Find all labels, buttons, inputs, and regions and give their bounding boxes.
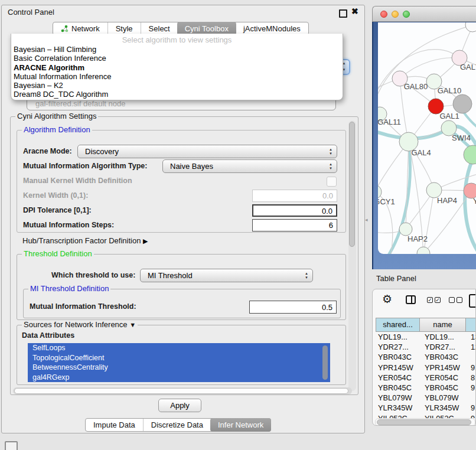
dropdown-item[interactable]: Dream8 DC_TDC Algorithm (11, 90, 343, 99)
settings-vertical-scrollbar[interactable] (348, 120, 356, 391)
table-cell[interactable]: 9. (466, 363, 476, 373)
settings-vscrollbar-thumb[interactable] (349, 122, 355, 247)
table-cell[interactable]: 12 (466, 342, 476, 352)
dropdown-item[interactable]: Basic Correlation Inference (11, 54, 343, 63)
apply-button[interactable]: Apply (158, 399, 201, 412)
which-threshold-combobox[interactable]: MI Threshold ▲▼ (140, 269, 313, 282)
attribute-list-item[interactable]: gal4RGexp (28, 373, 330, 383)
restore-panel-button[interactable] (5, 441, 18, 450)
column-header[interactable]: shared... (376, 318, 420, 332)
node-label-gal11: GAL11 (378, 118, 401, 126)
table-row[interactable]: YLR345WYLR345W9. (376, 403, 476, 413)
attribute-list-item[interactable]: BetweennessCentrality (28, 363, 330, 373)
table-cell[interactable]: YBR045C (376, 383, 420, 393)
tab-network[interactable]: Network (53, 22, 107, 35)
column-header[interactable] (466, 318, 476, 332)
table-row[interactable]: YDL19...YDL19...13 (376, 332, 476, 342)
table-horizontal-scrollbar[interactable] (375, 418, 475, 426)
table-cell[interactable]: 9. (466, 383, 476, 393)
table-cell[interactable]: YDR27... (420, 342, 466, 352)
table-cell[interactable]: YIL052C (420, 413, 466, 418)
table-cell[interactable] (466, 352, 476, 362)
table-cell[interactable]: YBR045C (420, 383, 466, 393)
table-cell[interactable]: 9. (466, 413, 476, 418)
close-traffic-light-icon[interactable] (380, 11, 387, 18)
mi-threshold-field[interactable]: 0.5 (249, 301, 337, 314)
settings-hscrollbar-thumb[interactable] (14, 388, 348, 394)
table-cell[interactable]: YER054C (420, 373, 466, 383)
column-layout-icon[interactable] (406, 295, 416, 304)
hub-definition-toggle[interactable]: Hub/Transcription Factor Definition ▶ (22, 236, 148, 245)
network-graph[interactable]: GAL7GAL80GAL10GAL1GAL11SWI4GAL4GCY1HAP4Y… (378, 22, 476, 254)
table-cell[interactable]: YBL079W (376, 393, 420, 403)
dpi-tolerance-field[interactable]: 0.0 (252, 204, 337, 217)
table-cell[interactable]: YBL079W (420, 393, 466, 403)
dropdown-item[interactable]: ARACNE Algorithm (11, 63, 343, 72)
data-attributes-list[interactable]: SelfLoopsTopologicalCoefficientBetweenne… (28, 343, 330, 382)
network-canvas[interactable]: GAL7GAL80GAL10GAL1GAL11SWI4GAL4GCY1HAP4Y… (378, 22, 476, 254)
attributes-scrollbar-thumb[interactable] (322, 345, 328, 380)
network-node[interactable] (465, 22, 476, 32)
float-window-icon[interactable] (339, 9, 347, 18)
gear-icon[interactable]: ⚙ (382, 292, 392, 306)
table-cell[interactable]: YPR145W (376, 363, 420, 373)
table-cell[interactable]: YBR043C (420, 352, 466, 362)
table-header-row: shared...name (376, 318, 476, 332)
network-window-titlebar[interactable] (372, 6, 476, 22)
mi-steps-field[interactable]: 6 (252, 219, 337, 231)
which-threshold-label: Which threshold to use: (51, 269, 135, 282)
close-icon[interactable]: ✖ (351, 6, 358, 16)
tab-select[interactable]: Select (141, 22, 178, 35)
table-cell[interactable]: 9. (466, 403, 476, 413)
select-all-checkboxes-icon[interactable]: ✓ ✓ (427, 297, 441, 303)
table-row[interactable]: YER054CYER054C8. (376, 373, 476, 383)
attribute-list-item[interactable]: TopologicalCoefficient (28, 353, 330, 363)
table-row[interactable]: YDR27...YDR27...12 (376, 342, 476, 352)
table-cell[interactable]: YER054C (376, 373, 420, 383)
table-cell[interactable]: YDL19... (376, 332, 420, 342)
table-cell[interactable] (466, 393, 476, 403)
table-cell[interactable]: YLR345W (376, 403, 420, 413)
table-cell[interactable]: 13 (466, 332, 476, 342)
network-node[interactable] (453, 94, 472, 113)
network-edge-thick[interactable] (465, 157, 476, 254)
bottom-tab-discretize-data[interactable]: Discretize Data (143, 419, 211, 431)
settings-horizontal-scrollbar[interactable] (13, 387, 352, 394)
tab-jactivemnodules[interactable]: jActiveMNodules (236, 22, 308, 35)
table-cell[interactable]: YDR27... (376, 342, 420, 352)
table-row[interactable]: YBR045CYBR045C9. (376, 383, 476, 393)
bottom-tab-infer-network[interactable]: Infer Network (210, 418, 271, 432)
table-cell[interactable]: YDL19... (420, 332, 466, 342)
table-cell[interactable]: YPR145W (420, 363, 466, 373)
aracne-mode-combobox[interactable]: Discovery ▲▼ (77, 145, 337, 158)
zoom-traffic-light-icon[interactable] (403, 11, 410, 18)
table-cell[interactable]: 8. (466, 373, 476, 383)
table-cell[interactable]: YIL052C (376, 413, 420, 418)
sources-title[interactable]: Sources for Network Inference ▼ (22, 320, 138, 329)
network-node-hap2[interactable] (399, 223, 412, 236)
minimize-traffic-light-icon[interactable] (392, 11, 399, 18)
network-node[interactable] (464, 145, 476, 164)
table-cell[interactable]: YBR043C (376, 352, 420, 362)
dropdown-item[interactable]: Bayesian – K2 (11, 81, 343, 90)
manual-kernel-checkbox[interactable] (327, 177, 337, 187)
column-header[interactable]: name (420, 318, 466, 332)
table-row[interactable]: YBL079WYBL079W (376, 393, 476, 403)
table-row[interactable]: YIL052CYIL052C9. (376, 413, 476, 418)
bottom-tab-impute-data[interactable]: Impute Data (86, 419, 143, 431)
kernel-width-field[interactable]: 0.0 (252, 190, 337, 202)
dropdown-item[interactable]: Mutual Information Inference (11, 72, 343, 81)
dropdown-item[interactable]: Bayesian – Hill Climbing (11, 45, 343, 54)
deselect-all-checkboxes-icon[interactable] (449, 297, 462, 303)
attribute-list-item[interactable]: SelfLoops (28, 343, 330, 353)
network-edge[interactable] (423, 190, 434, 253)
tab-style[interactable]: Style (107, 22, 141, 35)
export-table-icon[interactable] (469, 294, 476, 308)
table-row[interactable]: YPR145WYPR145W9. (376, 363, 476, 373)
mi-algorithm-type-combobox[interactable]: Naive Bayes ▲▼ (162, 159, 337, 173)
table-row[interactable]: YBR043CYBR043C (376, 352, 476, 362)
table-hscrollbar-thumb[interactable] (377, 419, 471, 425)
network-edge-thick[interactable] (464, 112, 476, 131)
splitter-arrow-icon[interactable]: ◂ (365, 217, 368, 223)
table-cell[interactable]: YLR345W (420, 403, 466, 413)
